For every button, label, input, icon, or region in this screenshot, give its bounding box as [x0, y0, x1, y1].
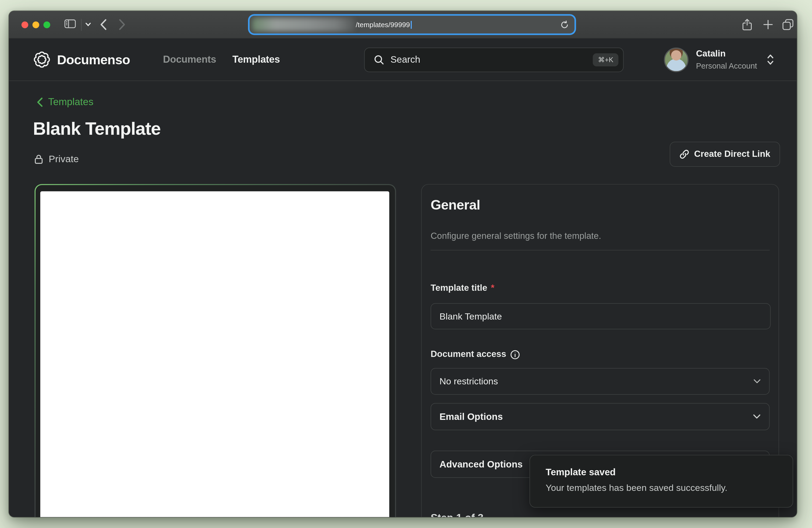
chevron-left-icon	[37, 97, 43, 107]
forward-icon[interactable]	[119, 19, 126, 30]
chevron-down-icon	[753, 379, 760, 384]
chevron-up-down-icon	[767, 54, 774, 65]
search-input[interactable]: Search ⌘+K	[364, 47, 624, 72]
chevron-down-icon	[753, 414, 760, 419]
link-icon	[679, 149, 689, 159]
documenso-logo-icon[interactable]	[33, 51, 51, 69]
nav-templates[interactable]: Templates	[232, 54, 280, 65]
step-indicator: Step 1 of 3	[431, 512, 770, 517]
tab-overview-icon[interactable]	[782, 19, 794, 30]
toast-notification[interactable]: Template saved Your templates has been s…	[530, 455, 793, 508]
url-text: /templates/99999	[356, 21, 411, 29]
refresh-icon[interactable]	[560, 20, 569, 29]
blurred-url-prefix	[252, 18, 355, 31]
required-asterisk: *	[491, 283, 494, 293]
account-type: Personal Account	[696, 61, 757, 71]
page-title: Blank Template	[33, 119, 161, 139]
document-access-label: Document access	[431, 349, 770, 360]
main-nav: Documents Templates	[163, 54, 280, 65]
template-title-label: Template title*	[431, 283, 770, 293]
account-name: Catalin	[696, 49, 757, 59]
template-title-input[interactable]	[431, 303, 771, 329]
desktop: /templates/99999	[0, 0, 812, 528]
minimize-window-button[interactable]	[32, 21, 39, 28]
create-direct-link-label: Create Direct Link	[694, 149, 770, 160]
search-shortcut-badge: ⌘+K	[593, 53, 619, 66]
email-options-accordion[interactable]: Email Options	[431, 403, 770, 430]
panel-description: Configure general settings for the templ…	[431, 231, 770, 241]
search-icon	[374, 55, 384, 64]
divider	[431, 250, 770, 250]
sidebar-toggle-icon[interactable]	[64, 19, 76, 28]
breadcrumb-label: Templates	[48, 96, 93, 108]
back-icon[interactable]	[100, 19, 107, 30]
window-controls	[21, 21, 50, 28]
titlebar-divider	[81, 19, 82, 31]
advanced-options-label: Advanced Options	[439, 459, 523, 470]
app-header: Documenso Documents Templates Search ⌘+K…	[9, 39, 797, 81]
visibility-label: Private	[49, 153, 79, 165]
address-bar[interactable]: /templates/99999	[250, 16, 575, 33]
browser-titlebar: /templates/99999	[9, 11, 797, 39]
text-caret	[410, 21, 411, 29]
breadcrumb-templates[interactable]: Templates	[37, 96, 93, 108]
search-placeholder: Search	[391, 54, 420, 65]
document-page[interactable]	[40, 191, 389, 517]
email-options-label: Email Options	[439, 411, 503, 422]
document-access-value: No restrictions	[439, 376, 498, 387]
toast-title: Template saved	[546, 467, 777, 478]
close-window-button[interactable]	[21, 21, 28, 28]
create-direct-link-button[interactable]: Create Direct Link	[670, 142, 780, 167]
toast-message: Your templates has been saved successful…	[546, 483, 777, 494]
new-tab-icon[interactable]	[763, 19, 773, 30]
avatar	[664, 47, 688, 72]
lock-icon	[34, 154, 43, 164]
visibility-status: Private	[34, 153, 79, 165]
nav-documents[interactable]: Documents	[163, 54, 216, 65]
chevron-down-icon[interactable]	[85, 23, 91, 27]
account-menu[interactable]: Catalin Personal Account	[664, 47, 774, 72]
info-icon[interactable]	[510, 349, 520, 360]
panel-heading: General	[431, 197, 770, 213]
zoom-window-button[interactable]	[43, 21, 50, 28]
share-icon[interactable]	[742, 19, 752, 31]
browser-window: /templates/99999	[9, 11, 797, 517]
document-preview-card	[34, 184, 396, 517]
brand-name[interactable]: Documenso	[57, 52, 130, 67]
document-access-select[interactable]: No restrictions	[431, 368, 770, 395]
